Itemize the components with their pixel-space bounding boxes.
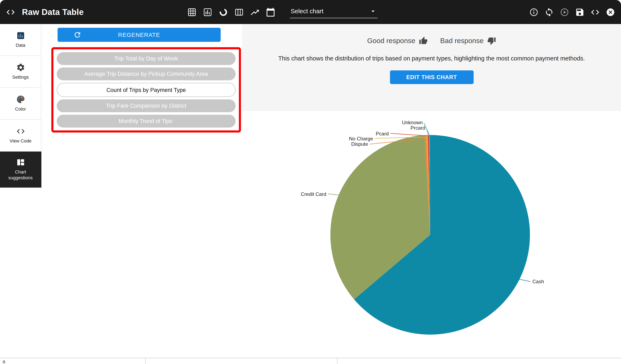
good-response-label: Good response <box>367 37 415 45</box>
suggestion-item-3[interactable]: Count of Trips by Payment Type <box>57 83 236 97</box>
sidebar-item-view-code[interactable]: View Code <box>0 120 41 152</box>
table-column-divider <box>337 358 337 364</box>
good-response-button[interactable]: Good response <box>367 36 428 45</box>
play-icon[interactable] <box>560 7 569 17</box>
suggestions-panel: REGENERATE Trip Total by Day of WeekAver… <box>41 24 242 358</box>
grid-icon[interactable] <box>187 7 197 17</box>
pie-label-no-charge: No Charge <box>349 136 373 141</box>
cutoff-table-top-edge: a <box>0 358 621 364</box>
sidebar-item-data[interactable]: Data <box>0 24 41 56</box>
thumbs-up-icon <box>419 36 428 45</box>
edit-chart-button[interactable]: EDIT THIS CHART <box>390 70 473 84</box>
suggestions-highlight-box: Trip Total by Day of WeekAverage Trip Di… <box>51 47 241 133</box>
pie-label-credit-card: Credit Card <box>301 191 326 197</box>
pie-label-pcard: Pcard <box>376 131 389 137</box>
save-icon[interactable] <box>575 7 585 17</box>
topbar: Raw Data Table Select chart <box>0 0 621 24</box>
suggestion-item-4[interactable]: Trip Fare Comparison by District <box>57 99 236 112</box>
sidebar-item-color[interactable]: Color <box>0 88 41 120</box>
suggestion-item-1[interactable]: Trip Total by Day of Week <box>57 52 236 65</box>
table-column-divider <box>145 358 146 364</box>
thumbs-down-icon <box>487 36 496 45</box>
sidebar-item-chart-suggestions[interactable]: Chart suggestions <box>0 152 41 188</box>
gear-icon <box>16 63 25 72</box>
code-icon <box>16 127 25 136</box>
suggestion-item-5[interactable]: Monthly Trend of Tips: <box>57 115 236 128</box>
calendar-icon[interactable] <box>266 7 275 17</box>
layout-table-icon <box>16 158 25 167</box>
cutoff-text: a <box>2 359 5 364</box>
sidebar-item-settings[interactable]: Settings <box>0 56 41 88</box>
palette-icon <box>16 95 25 104</box>
data-icon <box>16 31 25 40</box>
close-icon[interactable] <box>606 7 615 17</box>
sidebar-item-label: View Code <box>7 138 34 144</box>
code-brackets-icon[interactable] <box>6 7 15 17</box>
regenerate-label: REGENERATE <box>118 32 160 38</box>
pie-leader-line-cash <box>519 279 530 282</box>
topbar-left: Raw Data Table <box>6 0 84 24</box>
bad-response-button[interactable]: Bad response <box>440 36 496 45</box>
refresh-icon <box>73 31 82 39</box>
pie-leader-line-pcard <box>390 133 427 136</box>
pie-label-cash: Cash <box>532 279 544 284</box>
line-chart-icon[interactable] <box>250 7 259 17</box>
bad-response-label: Bad response <box>440 37 483 45</box>
feedback-row: Good response Bad response <box>242 24 621 45</box>
table-columns-icon[interactable] <box>234 7 244 17</box>
suggestion-item-2[interactable]: Average Trip Distance by Pickup Communit… <box>57 68 236 80</box>
pie-label-unknown: Unknown <box>402 120 423 125</box>
chart-info-section: Good response Bad response This chart sh… <box>242 24 621 111</box>
info-icon[interactable] <box>529 7 539 17</box>
bar-chart-icon[interactable] <box>203 7 212 17</box>
topbar-actions <box>529 0 615 24</box>
view-code-icon[interactable] <box>590 7 600 17</box>
donut-chart-icon[interactable] <box>219 7 228 17</box>
chart-type-select-label: Select chart <box>291 7 323 15</box>
regenerate-button[interactable]: REGENERATE <box>58 28 221 42</box>
pie-chart: CashCredit CardDisputeNo ChargePcardPrca… <box>248 112 621 356</box>
sidebar-item-label: Data <box>13 43 28 49</box>
app-window: Raw Data Table Select chart <box>0 0 621 364</box>
topbar-chart-type-icons: Select chart <box>187 0 378 24</box>
sidebar-item-label: Color <box>13 106 29 112</box>
pie-chart-container: CashCredit CardDisputeNo ChargePcardPrca… <box>242 111 621 358</box>
sidebar-item-label: Chart suggestions <box>0 170 41 181</box>
sidebar: Data Settings Color View Code Chart sugg… <box>0 24 41 358</box>
page-title: Raw Data Table <box>22 7 84 17</box>
chevron-down-icon <box>369 7 377 15</box>
sidebar-item-label: Settings <box>10 74 31 80</box>
pie-label-prcard: Prcard <box>411 125 425 131</box>
sync-icon[interactable] <box>544 7 554 17</box>
pie-label-dispute: Dispute <box>351 141 368 147</box>
chart-description: This chart shows the distribution of tri… <box>254 55 610 62</box>
chart-type-select[interactable]: Select chart <box>290 6 378 18</box>
